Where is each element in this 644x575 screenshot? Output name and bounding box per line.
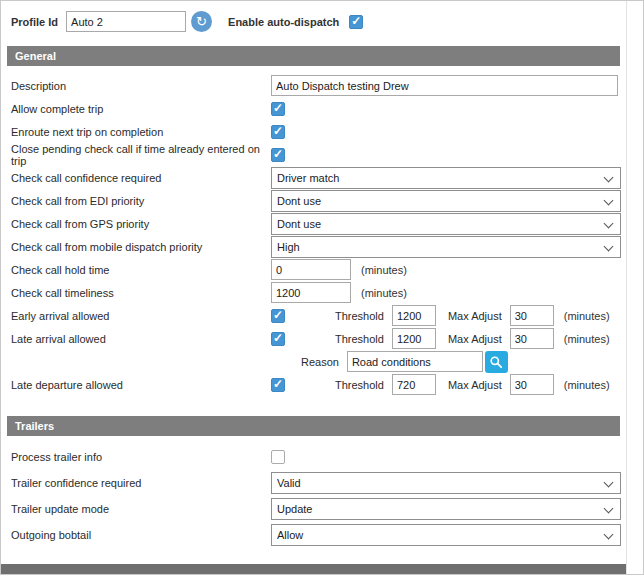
check-call-hold-time-label: Check call hold time bbox=[11, 264, 271, 276]
check-call-hold-time-unit: (minutes) bbox=[361, 264, 407, 276]
reason-search-button[interactable] bbox=[485, 351, 508, 373]
row-late-departure: Late departure allowed Threshold Max Adj… bbox=[11, 373, 618, 396]
early-arrival-max-adjust-label: Max Adjust bbox=[448, 310, 502, 322]
check-call-confidence-select[interactable]: Driver match bbox=[272, 168, 620, 188]
late-arrival-max-adjust-input[interactable] bbox=[510, 328, 554, 349]
row-enroute-next-trip: Enroute next trip on completion bbox=[11, 120, 618, 143]
description-label: Description bbox=[11, 80, 271, 92]
check-call-mobile-priority-select-wrap: High bbox=[271, 236, 621, 258]
late-departure-max-adjust-label: Max Adjust bbox=[448, 379, 502, 391]
trailer-confidence-label: Trailer confidence required bbox=[11, 477, 271, 489]
trailer-confidence-select-wrap: Valid bbox=[271, 472, 621, 494]
row-check-call-edi-priority: Check call from EDI priority Dont use bbox=[11, 189, 618, 212]
next-section-header-partial bbox=[1, 564, 626, 574]
late-departure-max-adjust-input[interactable] bbox=[510, 374, 554, 395]
process-trailer-info-label: Process trailer info bbox=[11, 451, 271, 463]
description-input[interactable] bbox=[271, 75, 618, 96]
early-arrival-unit: (minutes) bbox=[564, 310, 610, 322]
page-content: Profile Id ↻ Enable auto-dispatch Genera… bbox=[1, 1, 626, 574]
close-pending-check-call-label: Close pending check call if time already… bbox=[11, 143, 271, 167]
late-arrival-max-adjust-label: Max Adjust bbox=[448, 333, 502, 345]
row-check-call-mobile-priority: Check call from mobile dispatch priority… bbox=[11, 235, 618, 258]
section-header-general: General bbox=[7, 46, 620, 66]
early-arrival-max-adjust-input[interactable] bbox=[510, 305, 554, 326]
row-check-call-hold-time: Check call hold time (minutes) bbox=[11, 258, 618, 281]
late-arrival-label: Late arrival allowed bbox=[11, 333, 271, 345]
outgoing-bobtail-select-wrap: Allow bbox=[271, 524, 621, 546]
trailer-rows: Process trailer info Trailer confidence … bbox=[1, 436, 626, 548]
row-check-call-timeliness: Check call timeliness (minutes) bbox=[11, 281, 618, 304]
row-description: Description bbox=[11, 74, 618, 97]
row-late-arrival: Late arrival allowed Threshold Max Adjus… bbox=[11, 327, 618, 350]
refresh-icon: ↻ bbox=[196, 15, 207, 28]
late-arrival-unit: (minutes) bbox=[564, 333, 610, 345]
close-pending-check-call-checkbox[interactable] bbox=[271, 148, 285, 162]
late-arrival-threshold-label: Threshold bbox=[335, 333, 384, 345]
auto-dispatch-profile-page: Profile Id ↻ Enable auto-dispatch Genera… bbox=[0, 0, 644, 575]
late-arrival-reason-input[interactable] bbox=[347, 351, 483, 372]
late-departure-threshold-label: Threshold bbox=[335, 379, 384, 391]
check-call-timeliness-input[interactable] bbox=[271, 282, 351, 303]
process-trailer-info-checkbox[interactable] bbox=[271, 450, 285, 464]
enroute-next-trip-label: Enroute next trip on completion bbox=[11, 126, 271, 138]
check-call-edi-priority-label: Check call from EDI priority bbox=[11, 195, 271, 207]
trailer-update-mode-select-wrap: Update bbox=[271, 498, 621, 520]
allow-complete-trip-checkbox[interactable] bbox=[271, 102, 285, 116]
late-departure-label: Late departure allowed bbox=[11, 379, 271, 391]
late-departure-checkbox[interactable] bbox=[271, 378, 285, 392]
row-late-arrival-reason: Reason bbox=[11, 350, 618, 373]
check-call-confidence-label: Check call confidence required bbox=[11, 172, 271, 184]
check-call-gps-priority-select-wrap: Dont use bbox=[271, 213, 621, 235]
row-close-pending-check-call: Close pending check call if time already… bbox=[11, 143, 618, 166]
check-call-timeliness-label: Check call timeliness bbox=[11, 287, 271, 299]
early-arrival-threshold-input[interactable] bbox=[392, 305, 436, 326]
check-call-gps-priority-label: Check call from GPS priority bbox=[11, 218, 271, 230]
check-call-confidence-select-wrap: Driver match bbox=[271, 167, 621, 189]
profile-header: Profile Id ↻ Enable auto-dispatch bbox=[1, 1, 626, 40]
check-call-mobile-priority-label: Check call from mobile dispatch priority bbox=[11, 241, 271, 253]
row-check-call-confidence: Check call confidence required Driver ma… bbox=[11, 166, 618, 189]
refresh-profile-button[interactable]: ↻ bbox=[191, 11, 212, 32]
allow-complete-trip-label: Allow complete trip bbox=[11, 103, 271, 115]
trailer-update-mode-select[interactable]: Update bbox=[272, 499, 620, 519]
check-call-edi-priority-select[interactable]: Dont use bbox=[272, 191, 620, 211]
trailer-update-mode-label: Trailer update mode bbox=[11, 503, 271, 515]
outgoing-bobtail-select[interactable]: Allow bbox=[272, 525, 620, 545]
row-check-call-gps-priority: Check call from GPS priority Dont use bbox=[11, 212, 618, 235]
late-arrival-threshold-input[interactable] bbox=[392, 328, 436, 349]
late-departure-unit: (minutes) bbox=[564, 379, 610, 391]
check-call-hold-time-input[interactable] bbox=[271, 259, 351, 280]
enable-auto-dispatch-checkbox[interactable] bbox=[349, 15, 363, 29]
check-call-timeliness-unit: (minutes) bbox=[361, 287, 407, 299]
check-call-gps-priority-select[interactable]: Dont use bbox=[272, 214, 620, 234]
outgoing-bobtail-label: Outgoing bobtail bbox=[11, 529, 271, 541]
check-call-edi-priority-select-wrap: Dont use bbox=[271, 190, 621, 212]
trailer-confidence-select[interactable]: Valid bbox=[272, 473, 620, 493]
row-allow-complete-trip: Allow complete trip bbox=[11, 97, 618, 120]
profile-id-label: Profile Id bbox=[11, 16, 58, 28]
row-trailer-confidence: Trailer confidence required Valid bbox=[11, 470, 618, 496]
row-trailer-update-mode: Trailer update mode Update bbox=[11, 496, 618, 522]
general-rows: Description Allow complete trip Enroute … bbox=[1, 66, 626, 396]
late-departure-threshold-input[interactable] bbox=[392, 374, 436, 395]
row-process-trailer-info: Process trailer info bbox=[11, 444, 618, 470]
late-arrival-reason-label: Reason bbox=[301, 356, 339, 368]
right-gutter bbox=[626, 1, 643, 574]
row-early-arrival: Early arrival allowed Threshold Max Adju… bbox=[11, 304, 618, 327]
check-call-mobile-priority-select[interactable]: High bbox=[272, 237, 620, 257]
enable-auto-dispatch-label: Enable auto-dispatch bbox=[228, 16, 339, 28]
search-icon bbox=[489, 355, 503, 369]
early-arrival-threshold-label: Threshold bbox=[335, 310, 384, 322]
enroute-next-trip-checkbox[interactable] bbox=[271, 125, 285, 139]
early-arrival-label: Early arrival allowed bbox=[11, 310, 271, 322]
late-arrival-checkbox[interactable] bbox=[271, 332, 285, 346]
early-arrival-checkbox[interactable] bbox=[271, 309, 285, 323]
row-outgoing-bobtail: Outgoing bobtail Allow bbox=[11, 522, 618, 548]
profile-id-input[interactable] bbox=[66, 11, 186, 32]
section-header-trailers: Trailers bbox=[7, 416, 620, 436]
